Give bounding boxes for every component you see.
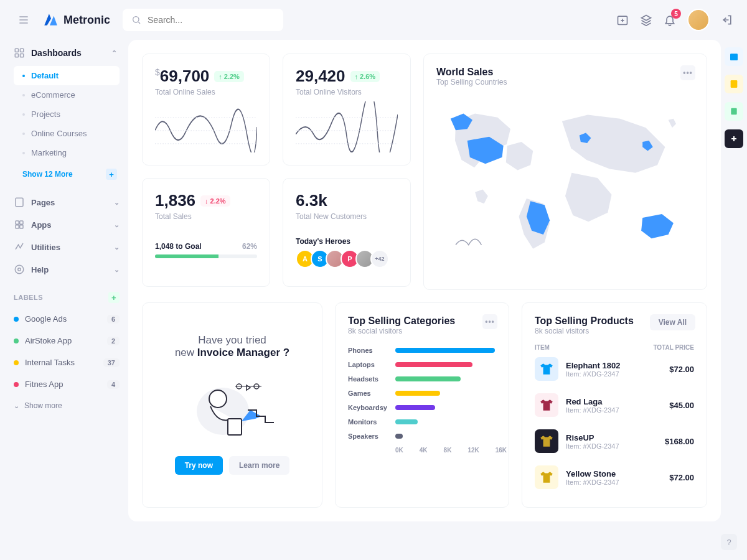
chevron-down-icon: ⌄ — [14, 402, 19, 410]
svg-rect-4 — [15, 54, 18, 57]
utilities-icon — [14, 241, 25, 253]
learn-more-button[interactable]: Learn more — [229, 456, 289, 475]
kpi-online-visitors: 29,420 ↑ 2.6% Total Online Visitors — [283, 54, 411, 166]
bell-icon[interactable]: 5 — [664, 14, 676, 26]
top-products-card: Top Selling Products 8k social visitors … — [522, 302, 707, 508]
kpi-online-sales: $69,700 ↑ 2.2% Total Online Sales — [142, 54, 270, 166]
label-airstoke-app[interactable]: AirStoke App2 — [14, 330, 120, 352]
category-row: Keyboardsy — [348, 404, 496, 411]
svg-rect-26 — [731, 108, 736, 115]
sidebar-nav-pages[interactable]: Pages⌄ — [14, 191, 120, 213]
notifications-badge: 5 — [671, 9, 681, 19]
sidebar-nav-utilities[interactable]: Utilities⌄ — [14, 236, 120, 258]
chevron-up-icon: ⌃ — [111, 49, 117, 57]
sidebar-item-projects[interactable]: Projects — [14, 105, 120, 124]
svg-rect-8 — [20, 221, 23, 224]
labels-section-title: LABELS — [14, 294, 43, 301]
product-image — [535, 357, 558, 381]
sidebar-item-marketing[interactable]: Marketing — [14, 143, 120, 162]
svg-rect-10 — [20, 225, 23, 228]
chevron-down-icon: ⌄ — [114, 266, 120, 274]
help-icon — [14, 264, 25, 275]
dot-icon — [22, 75, 25, 77]
view-all-button[interactable]: View All — [650, 314, 695, 330]
kpi-total-sales: 1,836 ↓ 2.2% Total Sales 1,048 to Goal62… — [142, 178, 270, 287]
color-dot-icon — [14, 382, 19, 387]
sidebar-item-ecommerce[interactable]: eCommerce — [14, 85, 120, 105]
svg-point-20 — [209, 390, 227, 408]
search-icon — [131, 15, 141, 25]
plus-icon: + — [106, 169, 117, 180]
rightbar-tasks-icon[interactable] — [725, 102, 743, 121]
chevron-down-icon: ⌄ — [114, 243, 120, 251]
chevron-down-icon: ⌄ — [114, 198, 120, 207]
menu-toggle[interactable] — [14, 10, 34, 30]
product-row[interactable]: Elephant 1802Item: #XDG-2347$72.00 — [535, 351, 694, 387]
category-row: Speakers — [348, 432, 496, 440]
dot-icon — [22, 133, 25, 135]
svg-rect-2 — [15, 49, 18, 52]
sidebar-group-label: Dashboards — [31, 48, 82, 58]
svg-rect-6 — [16, 198, 23, 207]
card-menu[interactable]: ••• — [482, 314, 497, 329]
search-input[interactable] — [148, 15, 275, 25]
layers-icon[interactable] — [640, 14, 652, 26]
svg-point-0 — [133, 17, 139, 22]
label-internal-tasks[interactable]: Internal Tasks37 — [14, 352, 120, 373]
rightbar-add-icon[interactable] — [725, 129, 743, 148]
world-sales-card: World Sales Top Selling Countries ••• — [423, 54, 707, 290]
svg-rect-24 — [730, 54, 738, 60]
calendar-add-icon[interactable] — [616, 14, 629, 26]
category-row: Laptops — [348, 361, 496, 368]
svg-rect-9 — [16, 225, 19, 228]
product-row[interactable]: RiseUPItem: #XDG-2347$168.00 — [535, 423, 694, 459]
change-up-badge: ↑ 2.6% — [350, 71, 380, 82]
product-row[interactable]: Red LagaItem: #XDG-2347$45.00 — [535, 387, 694, 423]
dot-icon — [22, 152, 25, 154]
category-row: Games — [348, 390, 496, 397]
rightbar-contacts-icon[interactable] — [725, 75, 743, 93]
svg-point-12 — [18, 268, 21, 271]
color-dot-icon — [14, 360, 19, 365]
brand-logo[interactable]: Metronic — [42, 12, 110, 28]
show-more-labels[interactable]: ⌄ Show more — [14, 395, 120, 416]
change-up-badge: ↑ 2.2% — [214, 71, 244, 82]
logout-icon[interactable] — [721, 14, 733, 26]
top-categories-card: Top Selling Categories 8k social visitor… — [335, 302, 509, 508]
dot-icon — [22, 94, 25, 96]
hero-more[interactable]: +42 — [370, 250, 389, 268]
sidebar-nav-apps[interactable]: Apps⌄ — [14, 213, 120, 236]
color-dot-icon — [14, 317, 19, 322]
product-image — [535, 465, 558, 489]
help-float-button[interactable]: ? — [721, 534, 737, 550]
category-row: Phones — [348, 347, 496, 354]
svg-rect-25 — [731, 80, 738, 88]
chevron-down-icon: ⌄ — [114, 221, 120, 229]
card-menu[interactable]: ••• — [680, 65, 695, 80]
show-more-dashboards[interactable]: Show 12 More + — [14, 162, 120, 186]
svg-rect-3 — [21, 49, 24, 52]
label-google-ads[interactable]: Google Ads6 — [14, 308, 120, 330]
sidebar-group-dashboards[interactable]: Dashboards ⌃ — [14, 40, 120, 66]
user-avatar[interactable] — [687, 9, 710, 31]
product-image — [535, 393, 558, 417]
add-label[interactable]: + — [108, 292, 120, 303]
sidebar-item-default[interactable]: Default — [14, 66, 120, 85]
svg-rect-7 — [16, 221, 19, 224]
category-row: Headsets — [348, 375, 496, 383]
product-row[interactable]: Yellow StoneItem: #XDG-2347$72.00 — [535, 459, 694, 495]
search-box[interactable] — [123, 9, 283, 31]
svg-point-11 — [15, 265, 24, 274]
rightbar-calendar-icon[interactable] — [725, 47, 743, 66]
try-now-button[interactable]: Try now — [175, 456, 223, 475]
label-fitnes-app[interactable]: Fitnes App4 — [14, 373, 120, 395]
sidebar-nav-help[interactable]: Help⌄ — [14, 258, 120, 281]
grid-icon — [14, 47, 25, 58]
pages-icon — [14, 197, 25, 208]
category-row: Monitors — [348, 418, 496, 426]
brand-name: Metronic — [63, 14, 110, 27]
sidebar-item-online-courses[interactable]: Online Courses — [14, 124, 120, 143]
dot-icon — [22, 113, 25, 116]
apps-icon — [14, 219, 25, 230]
promo-card: Have you tried new Invoice Manager ? Try… — [142, 302, 322, 508]
